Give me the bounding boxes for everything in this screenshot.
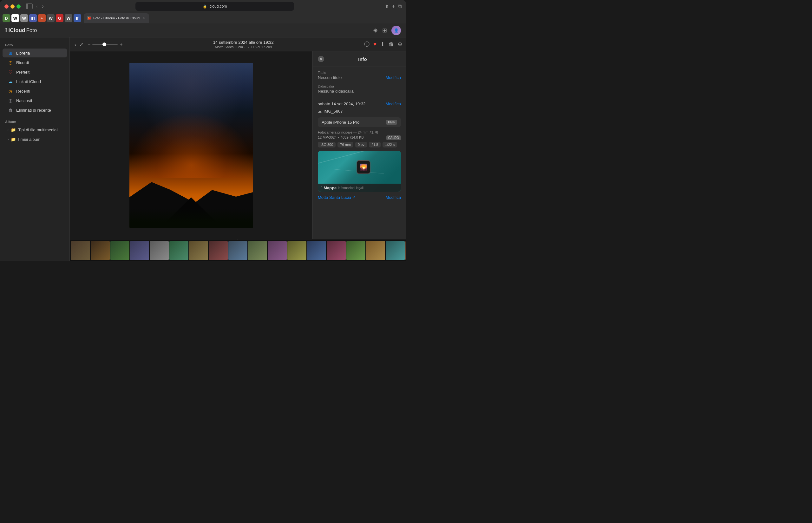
cloud-icon: ☁ [318,109,322,113]
download-btn[interactable]: ⬇ [380,41,385,48]
zoom-thumb[interactable] [103,42,106,46]
filmstrip-thumb-15[interactable] [346,241,365,260]
date-edit-btn[interactable]: Modifica [386,102,401,106]
favorite-btn[interactable]: ♥ [373,41,377,48]
filmstrip-thumb-8[interactable] [209,241,228,260]
info-btn[interactable]: ⓘ [364,41,369,48]
favicon-tab-6[interactable]: W [47,14,55,22]
date-row: sabato 14 set 2024, 19:32 Modifica [318,102,401,106]
filmstrip-thumb-2[interactable] [91,241,110,260]
content-area: ‹ ⤢ − + 14 settembre 2024 alle ore 19:32… [70,37,406,262]
filmstrip-inner [70,241,406,260]
filmstrip-thumb-7[interactable] [189,241,208,260]
url-bar[interactable]: 🔒 icloud.com [136,2,294,11]
sidebar-item-nascosti[interactable]: ◎ Nascosti [2,96,67,105]
share-browser-btn[interactable]: ⬆ [385,3,389,10]
zoom-minus-icon[interactable]: − [88,41,90,47]
filmstrip-thumb-10[interactable] [248,241,267,260]
filmstrip-thumb-16[interactable] [366,241,385,260]
didascalia-label: Didascalia [318,84,401,88]
filmstrip-thumb-18[interactable] [405,241,406,260]
more-btn[interactable]: ⊕ [398,41,402,48]
exif-aperture: ƒ1.8 [369,142,381,147]
sidebar-item-recenti[interactable]: ◷ Recenti [2,87,67,95]
filmstrip-thumb-13[interactable] [307,241,326,260]
mappe-legal: Informazioni legali [338,186,363,190]
zoom-plus-icon[interactable]: + [120,41,123,47]
exif-mm: 76 mm [338,142,353,147]
zoom-slider[interactable] [92,44,118,45]
photo-back-btn[interactable]: ‹ [74,41,77,48]
filmstrip: ▼ [70,239,406,262]
filmstrip-thumb-6[interactable] [169,241,188,260]
map-pin-image: 🌄 [357,160,371,174]
foto-section-label: Foto [0,41,70,48]
favicon-tab-4[interactable]: ◧ [29,14,37,22]
favicon-tab-5[interactable]: + [38,14,46,22]
nav-forward-btn[interactable]: › [41,3,45,10]
photo-info-center: 14 settembre 2024 alle ore 19:32 Motta S… [126,40,361,49]
grid-header-btn[interactable]: ⊞ [382,27,387,34]
favicon-tab-1[interactable]: D [2,14,10,22]
minimize-button[interactable] [11,4,15,8]
info-panel: ✕ Info Titolo Modifica Nessun titolo Did… [312,51,406,239]
sidebar-item-eliminati[interactable]: 🗑 Eliminati di recente [2,106,67,114]
sidebar-label-link-icloud: Link di iCloud [16,79,41,84]
active-tab-title: Foto - Libreria - Foto di iCloud [93,16,140,20]
tab-close-btn[interactable]: ✕ [142,16,146,20]
tabs-btn[interactable]: ⧉ [398,3,401,9]
sidebar-toggle[interactable] [26,3,33,9]
filmstrip-thumb-5[interactable] [150,241,169,260]
close-button[interactable] [4,4,8,8]
avatar[interactable]: 👤 [392,26,401,35]
apple-logo:  [5,27,7,34]
delete-btn[interactable]: 🗑 [389,41,394,48]
new-tab-btn[interactable]: + [392,3,395,9]
favicon-tab-2[interactable]: W [12,14,19,22]
location-link[interactable]: Motta Santa Lucia ↗ [318,195,356,200]
filmstrip-thumb-9[interactable] [228,241,248,260]
caldo-badge: CALDO [386,136,401,140]
nav-back-btn[interactable]: ‹ [35,3,39,10]
main-layout: Foto ⊞ Libreria ◷ Ricordi ♡ Preferiti ☁ … [0,37,406,262]
filename-row: ☁ IMG_5807 [318,109,401,113]
lock-icon: 🔒 [203,4,207,8]
toolbar-nav: ‹ ⤢ [74,41,84,48]
didascalia-row: Didascalia Nessuna didascalia [318,84,401,94]
filmstrip-thumb-3[interactable] [110,241,129,260]
favicon-tab-8[interactable]: W [65,14,72,22]
tabs-row: D W W ◧ + W G W ◧ 🍎 Foto - Libreria - Fo… [0,13,406,23]
filmstrip-thumb-11[interactable] [268,241,287,260]
photo-specs: 12 MP·3024 × 4032·714,0 KB CALDO [318,136,401,139]
info-header: ✕ Info [313,51,406,67]
sidebar-album-miei[interactable]: › 📁 I miei album [2,135,67,144]
filmstrip-thumb-12[interactable] [287,241,306,260]
sidebar: Foto ⊞ Libreria ◷ Ricordi ♡ Preferiti ☁ … [0,37,70,262]
album-tipi-file-icon: 📁 [11,127,16,132]
sidebar-item-ricordi[interactable]: ◷ Ricordi [2,58,67,67]
sidebar-item-preferiti[interactable]: ♡ Preferiti [2,68,67,76]
filmstrip-thumb-14[interactable] [327,241,346,260]
favicon-tab-3[interactable]: W [20,14,28,22]
sidebar-item-link-icloud[interactable]: ☁ Link di iCloud [2,77,67,86]
traffic-lights [4,4,21,8]
info-close-btn[interactable]: ✕ [318,56,324,62]
titolo-edit-btn[interactable]: Modifica [386,75,401,80]
favicon-tab-9[interactable]: ◧ [74,14,81,22]
active-tab[interactable]: 🍎 Foto - Libreria - Foto di iCloud ✕ [84,13,149,23]
favicon-tab-7[interactable]: G [56,14,64,22]
add-header-btn[interactable]: ⊕ [373,27,378,34]
libreria-icon: ⊞ [7,50,13,56]
sidebar-album-tipi-file[interactable]: › 📁 Tipi di file multimediali [2,125,67,134]
filmstrip-thumb-4[interactable] [130,241,149,260]
location-edit-btn[interactable]: Modifica [386,195,401,200]
browser-chrome: ‹ › 🔒 icloud.com ⬆ + ⧉ D W W ◧ + W G W ◧ [0,0,406,23]
app-content:  iCloud Foto ⊕ ⊞ 👤 Foto ⊞ Libreria ◷ Ri… [0,23,406,262]
zoom-control: − + [88,41,123,47]
filmstrip-thumb-1[interactable] [71,241,90,260]
sidebar-item-libreria[interactable]: ⊞ Libreria [2,49,67,57]
maximize-button[interactable] [17,4,21,8]
album-miei-label: I miei album [18,137,40,142]
expand-btn[interactable]: ⤢ [78,41,84,48]
filmstrip-thumb-17[interactable] [386,241,405,260]
